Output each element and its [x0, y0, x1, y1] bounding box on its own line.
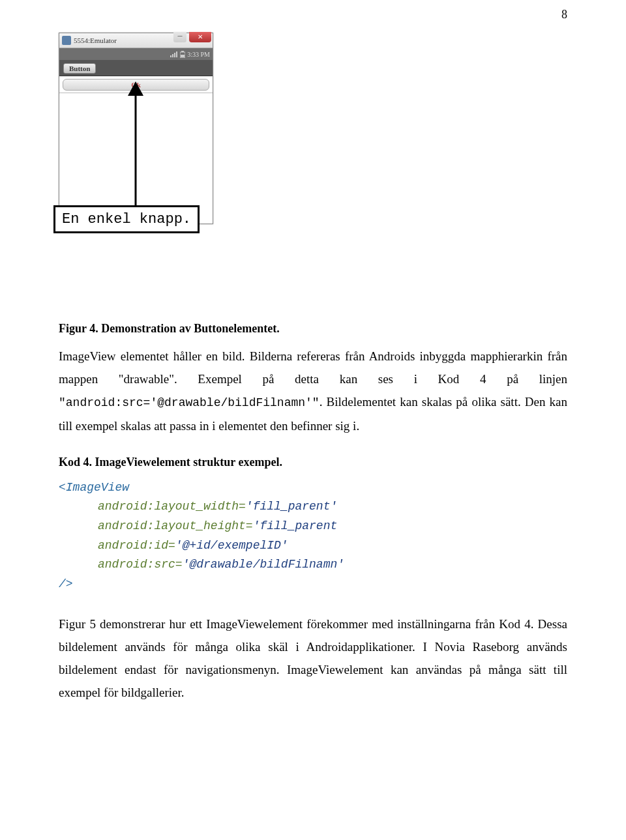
code-attr-1: android:layout_width= [98, 500, 246, 513]
page-number: 8 [561, 8, 567, 22]
emulator-app-icon [62, 36, 71, 45]
code-open-tag: <ImageView [59, 481, 129, 494]
status-time: 3:33 PM [187, 51, 210, 58]
ok-button[interactable]: Ok [63, 79, 209, 91]
figure-4-caption: Figur 4. Demonstration av Buttonelemente… [59, 322, 567, 336]
emulator-window: 5554:Emulator – ✕ 3:33 PM Button Ok [59, 33, 213, 224]
signal-icon [170, 51, 178, 57]
code-val-3: '@+id/exempelID' [175, 539, 288, 552]
svg-rect-0 [170, 55, 171, 57]
svg-rect-6 [181, 55, 185, 57]
android-statusbar: 3:33 PM [59, 48, 213, 60]
toolbar-row: Button [59, 60, 213, 76]
svg-rect-1 [172, 54, 173, 57]
battery-icon [180, 51, 185, 58]
kod4-title: Kod 4. ImageViewelement struktur exempel… [59, 456, 567, 469]
code-val-1: 'fill_parent' [246, 500, 337, 513]
code-block: <ImageView android:layout_width='fill_pa… [59, 478, 567, 594]
code-attr-4: android:src= [98, 558, 183, 571]
figure-4-container: 5554:Emulator – ✕ 3:33 PM Button Ok [59, 26, 567, 306]
minimize-button[interactable]: – [173, 32, 186, 42]
emulator-titlebar: 5554:Emulator – ✕ [59, 33, 213, 48]
close-button[interactable]: ✕ [189, 32, 211, 42]
annotation-label: En enkel knapp. [53, 205, 200, 233]
code-attr-3: android:id= [98, 539, 175, 552]
code-val-2: 'fill_parent [253, 519, 338, 532]
svg-rect-3 [176, 51, 177, 57]
paragraph-2: Figur 5 demonstrerar hur ett ImageViewel… [59, 613, 567, 704]
emulator-title: 5554:Emulator [74, 36, 117, 44]
code-val-4: '@drawable/bildFilnamn' [183, 558, 344, 571]
toolbar-button[interactable]: Button [63, 63, 96, 74]
paragraph-1: ImageView elementet håller en bild. Bild… [59, 345, 567, 437]
code-close-tag: /> [59, 577, 73, 590]
emulator-body [59, 93, 213, 224]
svg-rect-2 [174, 53, 175, 57]
code-attr-2: android:layout_height= [98, 519, 253, 532]
content-area-top: Ok [59, 76, 213, 93]
para1-text-a: ImageView elementet håller en bild. Bild… [59, 349, 567, 386]
para1-mono: "android:src='@drawable/bildFilnamn'" [59, 396, 320, 409]
